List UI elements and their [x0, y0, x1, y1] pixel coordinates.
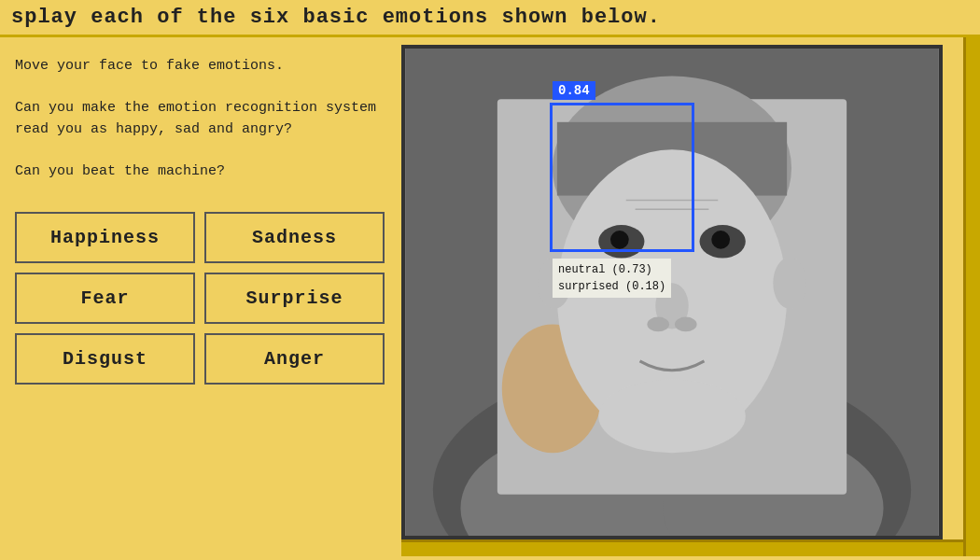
emotion-btn-happiness[interactable]: Happiness	[15, 212, 195, 263]
svg-point-14	[647, 317, 669, 332]
instruction-line-3: Can you beat the machine?	[15, 161, 385, 183]
emotion-btn-sadness[interactable]: Sadness	[204, 212, 385, 263]
emotion-btn-fear[interactable]: Fear	[15, 273, 195, 324]
svg-point-18	[598, 380, 746, 454]
confidence-badge: 0.84	[553, 81, 595, 100]
right-border-accent	[963, 37, 980, 556]
svg-point-17	[773, 258, 805, 309]
svg-point-12	[711, 231, 730, 249]
svg-point-15	[675, 317, 697, 332]
header-bar: splay each of the six basic emotions sho…	[0, 0, 980, 37]
left-panel: Move your face to fake emotions. Can you…	[0, 37, 401, 556]
emotion-grid: Happiness Sadness Fear Surprise Disgust …	[15, 212, 385, 385]
emotion-btn-anger[interactable]: Anger	[204, 333, 385, 385]
emotion-btn-disgust[interactable]: Disgust	[15, 333, 195, 385]
detection-labels: neutral (0.73) surprised (0.18)	[553, 259, 671, 298]
instruction-line-1: Move your face to fake emotions.	[15, 56, 385, 77]
face-detection-box: 0.84 neutral (0.73) surprised (0.18)	[550, 103, 694, 252]
detection-label-0: neutral (0.73)	[558, 261, 665, 278]
right-panel: 0.84 neutral (0.73) surprised (0.18)	[401, 37, 980, 556]
detection-label-1: surprised (0.18)	[558, 278, 665, 295]
camera-frame: 0.84 neutral (0.73) surprised (0.18)	[401, 45, 943, 539]
emotion-btn-surprise[interactable]: Surprise	[204, 273, 385, 324]
bottom-accent	[401, 539, 963, 556]
instruction-block: Move your face to fake emotions. Can you…	[15, 56, 385, 182]
main-layout: Move your face to fake emotions. Can you…	[0, 37, 980, 556]
header-text: splay each of the six basic emotions sho…	[11, 6, 661, 29]
instruction-line-2: Can you make the emotion recognition sys…	[15, 98, 385, 140]
